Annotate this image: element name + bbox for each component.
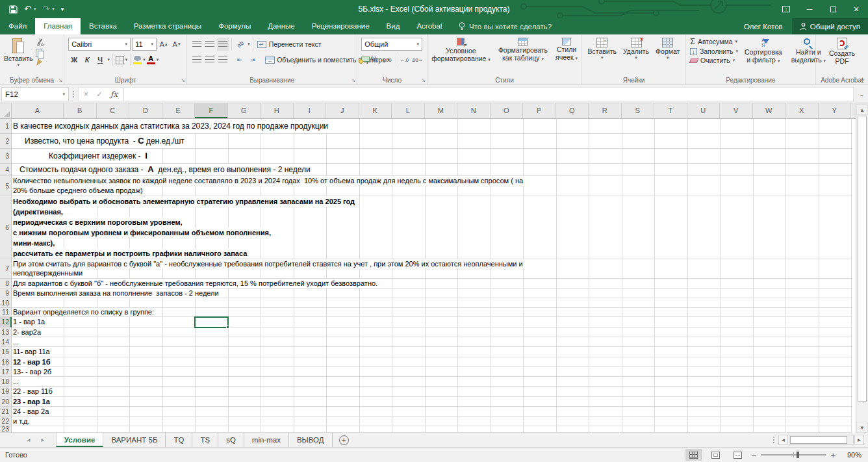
share-button[interactable]: Общий доступ xyxy=(792,18,868,34)
expand-formula-bar-icon[interactable]: ⌄ xyxy=(855,91,868,97)
close-icon[interactable]: × xyxy=(845,0,868,18)
merge-center-icon[interactable]: ↔ xyxy=(264,53,275,66)
row-content-16[interactable]: 12 - вар 1б xyxy=(12,357,852,367)
column-header-M[interactable]: M xyxy=(425,103,458,118)
sheet-tab-min-max[interactable]: min-max xyxy=(244,433,289,447)
wrap-text-icon[interactable]: ↩ xyxy=(256,38,268,51)
row-content-17[interactable]: 13- - вар 2б xyxy=(12,367,852,377)
row-content-12[interactable]: 1 - вар 1а xyxy=(12,317,852,327)
column-header-X[interactable]: X xyxy=(785,103,819,118)
selected-cell-F12[interactable] xyxy=(194,316,229,328)
scroll-right-icon[interactable]: ► xyxy=(854,435,864,445)
column-header-L[interactable]: L xyxy=(392,103,425,118)
increase-indent-icon[interactable]: ⇥ xyxy=(247,53,259,66)
vertical-scroll-thumb[interactable] xyxy=(858,116,867,402)
row-content-23[interactable] xyxy=(12,426,852,433)
row-header-4[interactable]: 4 xyxy=(0,164,12,176)
row-header-21[interactable]: 21 xyxy=(0,407,12,417)
row-content-8[interactable]: Для вариантов с буквой "б" - необслуженн… xyxy=(12,279,852,289)
column-header-W[interactable]: W xyxy=(753,103,786,118)
customize-qat-icon[interactable]: ▾ xyxy=(61,0,64,18)
sheet-prev-icon[interactable]: ◄ xyxy=(26,437,31,443)
row-content-11[interactable]: Вариант определяется по списку в группе: xyxy=(12,308,852,317)
row-content-13[interactable]: 2- вар2а xyxy=(12,327,852,337)
select-all-corner[interactable] xyxy=(0,103,12,118)
formula-input[interactable] xyxy=(123,87,854,101)
undo-icon[interactable]: ↶ xyxy=(24,0,31,18)
sheet-tab-TS[interactable]: TS xyxy=(192,433,218,447)
number-dialog-launcher-icon[interactable]: ↘ xyxy=(421,77,426,83)
cancel-entry-icon[interactable]: × xyxy=(84,90,88,99)
column-header-Y[interactable]: Y xyxy=(819,103,852,118)
clear-button[interactable]: Очистить▾ xyxy=(690,57,738,64)
row-header-11[interactable]: 11 xyxy=(0,308,12,317)
underline-button[interactable]: Ч xyxy=(94,53,106,66)
wrap-text-label[interactable]: Перенести текст xyxy=(269,40,322,48)
row-content-9[interactable]: Время выполнения заказа на пополнение за… xyxy=(12,289,852,298)
maximize-icon[interactable] xyxy=(821,0,845,18)
ribbon-tab-Acrobat[interactable]: Acrobat xyxy=(408,18,451,34)
row-header-6[interactable]: 6 xyxy=(0,196,12,259)
shrink-font-icon[interactable]: А▼ xyxy=(171,38,183,51)
align-right-icon[interactable] xyxy=(217,53,229,66)
ribbon-display-options-icon[interactable]: ↑ xyxy=(774,0,798,18)
row-header-23[interactable]: 23 xyxy=(0,426,12,433)
font-name-select[interactable]: Calibri▾ xyxy=(68,38,131,51)
row-header-20[interactable]: 20 xyxy=(0,397,12,407)
decrease-decimal-icon[interactable]: .00→ xyxy=(411,53,423,66)
row-content-6[interactable]: Необходимо выбрать и обосновать элемента… xyxy=(12,196,852,259)
tell-me-box[interactable]: Что вы хотите сделать? xyxy=(451,18,559,34)
sheet-tab-ВАРИАНТ 5Б[interactable]: ВАРИАНТ 5Б xyxy=(103,433,166,447)
ribbon-tab-Формулы[interactable]: Формулы xyxy=(210,18,259,34)
percent-style-icon[interactable]: % xyxy=(368,53,380,66)
grid[interactable]: 1В качестве исходных данных дана статист… xyxy=(0,119,852,433)
cell-styles-button[interactable]: Стили ячеек ▾ xyxy=(553,36,580,75)
page-break-view-icon[interactable] xyxy=(730,449,747,461)
conditional-formatting-button[interactable]: ≠ Условное форматирование ▾ xyxy=(429,36,493,75)
row-header-16[interactable]: 16 xyxy=(0,357,12,367)
column-header-D[interactable]: D xyxy=(129,103,162,118)
ribbon-tab-Вставка[interactable]: Вставка xyxy=(81,18,125,34)
vertical-scrollbar[interactable]: ▲ ▼ xyxy=(856,104,868,433)
row-header-17[interactable]: 17 xyxy=(0,367,12,377)
row-header-10[interactable]: 10 xyxy=(0,298,12,308)
row-header-2[interactable]: 2 xyxy=(0,134,12,149)
undo-dropdown-icon[interactable]: ▾ xyxy=(34,6,36,12)
cut-icon[interactable] xyxy=(36,38,45,46)
namebox-splitter[interactable] xyxy=(73,91,74,97)
row-header-18[interactable]: 18 xyxy=(0,377,12,387)
format-as-table-button[interactable]: Форматировать как таблицу ▾ xyxy=(496,36,550,75)
sheet-tab-TQ[interactable]: TQ xyxy=(166,433,192,447)
column-header-Q[interactable]: Q xyxy=(556,103,589,118)
row-header-15[interactable]: 15 xyxy=(0,347,12,357)
confirm-entry-icon[interactable]: ✓ xyxy=(96,90,103,99)
create-pdf-button[interactable]: Создать PDF xyxy=(826,36,858,75)
ribbon-tab-Вид[interactable]: Вид xyxy=(378,18,409,34)
column-header-R[interactable]: R xyxy=(589,103,622,118)
autosum-button[interactable]: Σ Автосумма▾ xyxy=(690,36,738,46)
collapse-ribbon-icon[interactable]: ˄ xyxy=(861,77,864,83)
borders-icon[interactable] xyxy=(116,56,124,64)
column-header-N[interactable]: N xyxy=(457,103,491,118)
ribbon-tab-Данные[interactable]: Данные xyxy=(259,18,303,34)
row-content-21[interactable]: 24 - вар 2а xyxy=(12,407,852,417)
row-header-14[interactable]: 14 xyxy=(0,337,12,347)
user-name[interactable]: Олег Котов xyxy=(744,23,792,31)
name-box[interactable]: F12▾ xyxy=(1,87,69,101)
fill-button[interactable]: ↓ Заполнить▾ xyxy=(690,47,738,55)
row-header-12[interactable]: 12 xyxy=(0,317,12,327)
row-header-19[interactable]: 19 xyxy=(0,387,12,397)
italic-button[interactable]: К xyxy=(81,53,93,66)
row-content-10[interactable] xyxy=(12,298,852,308)
row-content-18[interactable]: ... xyxy=(12,377,852,387)
copy-icon[interactable] xyxy=(36,49,44,57)
sheet-tab-Условие[interactable]: Условие xyxy=(56,433,104,447)
alignment-dialog-launcher-icon[interactable]: ↘ xyxy=(351,77,355,83)
row-content-7[interactable]: При этом считать для вариантов с буквой … xyxy=(12,259,852,279)
row-header-8[interactable]: 8 xyxy=(0,279,12,289)
column-header-H[interactable]: H xyxy=(261,103,294,118)
save-icon[interactable] xyxy=(9,5,18,14)
column-header-K[interactable]: K xyxy=(359,103,392,118)
scroll-left-icon[interactable]: ◄ xyxy=(778,435,788,445)
column-header-C[interactable]: C xyxy=(97,103,130,118)
